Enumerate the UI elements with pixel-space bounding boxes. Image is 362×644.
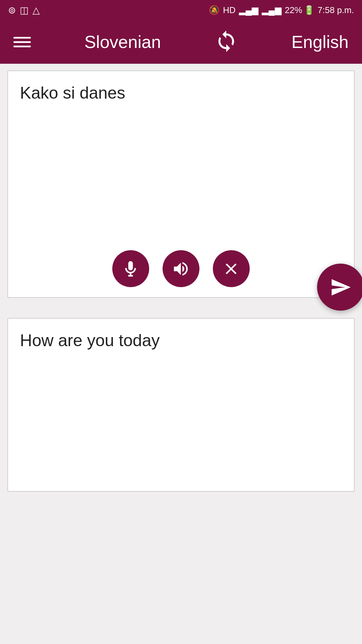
source-language-label[interactable]: Slovenian	[84, 32, 161, 52]
clear-icon	[222, 260, 240, 278]
signal-bars-1: ▂▄▆	[239, 5, 258, 15]
speaker-button[interactable]	[163, 250, 199, 287]
microphone-icon	[121, 260, 140, 278]
status-left-icons: ⊚ ◫ △	[8, 5, 40, 16]
image-icon: ◫	[20, 5, 28, 16]
warning-icon: △	[33, 5, 40, 16]
translation-panel: How are you today	[7, 318, 355, 492]
target-language-label[interactable]: English	[291, 32, 349, 52]
send-icon	[330, 276, 352, 298]
menu-line-2	[13, 41, 31, 43]
source-panel: Kako si danes	[7, 70, 355, 298]
whatsapp-icon: ⊚	[8, 5, 16, 16]
swap-icon	[215, 30, 238, 53]
source-text-input[interactable]: Kako si danes	[8, 71, 354, 242]
speaker-icon	[172, 260, 190, 278]
menu-line-3	[13, 46, 31, 47]
menu-button[interactable]	[13, 37, 31, 47]
clear-button[interactable]	[213, 250, 250, 287]
translation-text-output[interactable]: How are you today	[8, 319, 354, 490]
battery-info: 22% 🔋	[285, 5, 314, 15]
microphone-button[interactable]	[112, 250, 149, 287]
swap-languages-button[interactable]	[215, 30, 238, 54]
time-display: 7:58 p.m.	[318, 5, 354, 15]
hd-label: HD	[223, 5, 236, 15]
status-right-info: 🔕 HD ▂▄▆ ▂▄▆ 22% 🔋 7:58 p.m.	[209, 5, 354, 15]
main-content: Kako si danes	[0, 64, 362, 492]
battery-icon: 🔋	[304, 5, 314, 15]
battery-percent: 22%	[285, 5, 302, 15]
submit-translation-button[interactable]	[317, 264, 362, 311]
mute-icon: 🔕	[209, 5, 220, 15]
status-bar: ⊚ ◫ △ 🔕 HD ▂▄▆ ▂▄▆ 22% 🔋 7:58 p.m.	[0, 0, 362, 20]
signal-bars-2: ▂▄▆	[262, 5, 281, 15]
nav-bar: Slovenian English	[0, 20, 362, 64]
menu-line-1	[13, 37, 31, 39]
source-actions	[8, 244, 354, 297]
